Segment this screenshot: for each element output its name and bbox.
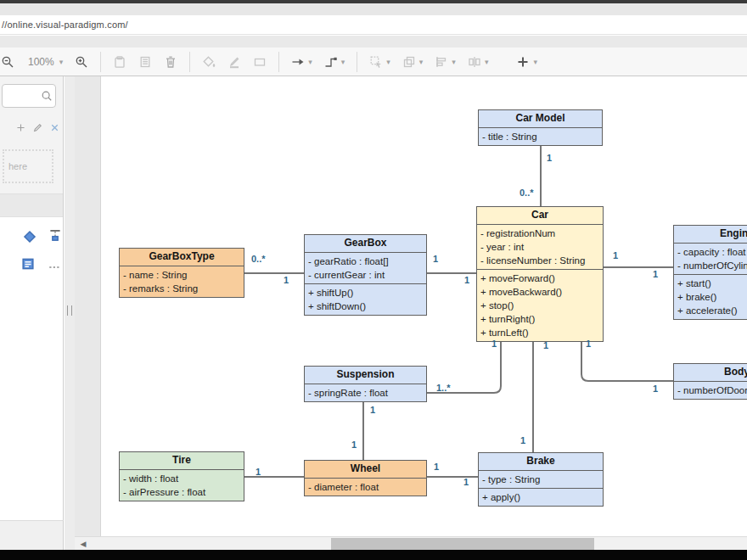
connection-arrow-icon[interactable]: ▾ bbox=[291, 55, 312, 69]
class-attribute: - name : String bbox=[120, 268, 244, 282]
attributes-compartment: - gearRatio : float[]- currentGear : int bbox=[305, 253, 426, 283]
dropdown-caret-icon: ▾ bbox=[59, 58, 64, 66]
multiplicity-label: 1 bbox=[351, 440, 357, 450]
class-attribute: - licenseNumber : String bbox=[477, 254, 603, 267]
palette-item-note[interactable] bbox=[20, 256, 36, 272]
delete-icon bbox=[164, 55, 177, 69]
uml-class-car[interactable]: Car- registrationNum- year : int- licens… bbox=[476, 206, 604, 342]
panel-resize-handle[interactable] bbox=[67, 305, 72, 316]
multiplicity-label: 1 bbox=[653, 270, 658, 279]
class-title: Brake bbox=[479, 453, 603, 471]
zoom-level-display[interactable]: 100%▾ bbox=[26, 56, 63, 68]
panel-actions bbox=[0, 116, 62, 138]
class-method: + moveBackward() bbox=[477, 285, 603, 299]
class-title: Wheel bbox=[305, 461, 426, 479]
class-method: + turnRight() bbox=[477, 312, 603, 326]
close-button[interactable] bbox=[49, 122, 60, 133]
class-attribute: - remarks : String bbox=[120, 282, 244, 295]
browser-chrome-band bbox=[0, 3, 747, 15]
dropdown-caret-icon: ▾ bbox=[533, 58, 537, 66]
shape-palette bbox=[0, 217, 63, 520]
class-attribute: - numberOfDoors : int bbox=[674, 384, 747, 397]
search-box bbox=[2, 84, 56, 108]
drop-zone-text: here bbox=[4, 161, 27, 171]
zoom-in-icon[interactable] bbox=[75, 55, 88, 69]
insert-icon[interactable]: ▾ bbox=[516, 55, 537, 69]
class-attribute: - diameter : float bbox=[305, 480, 426, 494]
attributes-compartment: - width : float- airPressure : float bbox=[120, 470, 244, 501]
uml-class-gearbox[interactable]: GearBox- gearRatio : float[]- currentGea… bbox=[304, 234, 427, 316]
edit-button[interactable] bbox=[32, 122, 43, 133]
class-attribute: - airPressure : float bbox=[120, 485, 244, 499]
uml-class-tire[interactable]: Tire- width : float- airPressure : float bbox=[119, 451, 244, 501]
multiplicity-label: 0..* bbox=[251, 255, 266, 264]
class-attribute: - numberOfCylinders : int bbox=[674, 259, 747, 272]
attributes-compartment: - title : String bbox=[479, 128, 602, 145]
palette-item-anchor[interactable] bbox=[48, 227, 63, 243]
class-attribute: - gearRatio : float[] bbox=[305, 255, 426, 268]
scroll-left-button[interactable]: ◀ bbox=[78, 539, 88, 549]
multiplicity-label: 1 bbox=[586, 339, 591, 349]
attributes-compartment: - type : String bbox=[479, 471, 603, 488]
url-text: //online.visual-paradigm.com/ bbox=[2, 20, 128, 30]
multiplicity-label: 1 bbox=[547, 154, 552, 163]
uml-class-wheel[interactable]: Wheel- diameter : float bbox=[304, 460, 427, 496]
methods-compartment: + moveForward()+ moveBackward()+ stop()+… bbox=[477, 269, 603, 341]
palette-item-dashed-line[interactable] bbox=[48, 260, 63, 275]
editor-toolbar: 100%▾▾▾▾▾▾▾▾ bbox=[0, 48, 747, 76]
uml-class-gearboxtype[interactable]: GearBoxType- name : String- remarks : St… bbox=[119, 248, 244, 298]
panel-gutter bbox=[65, 76, 75, 550]
class-method: + turnLeft() bbox=[477, 326, 603, 339]
multiplicity-label: 1 bbox=[463, 478, 469, 487]
attributes-compartment: - name : String- remarks : String bbox=[120, 266, 244, 297]
horizontal-scrollbar[interactable]: ◀ bbox=[75, 536, 747, 550]
copy-icon bbox=[138, 55, 152, 69]
connector-style-icon[interactable]: ▾ bbox=[324, 55, 345, 69]
methods-compartment: + apply() bbox=[479, 488, 603, 506]
attributes-compartment: - registrationNum- year : int- licenseNu… bbox=[477, 225, 603, 269]
edge-car-body[interactable] bbox=[581, 338, 673, 381]
multiplicity-label: 1 bbox=[370, 406, 375, 415]
multiplicity-label: 1 bbox=[284, 276, 289, 285]
add-button[interactable] bbox=[15, 122, 26, 133]
multiplicity-label: 1 bbox=[613, 251, 618, 260]
url-bar[interactable]: //online.visual-paradigm.com/ bbox=[0, 15, 747, 35]
bring-forward-icon: ▾ bbox=[402, 55, 424, 69]
class-attribute: - year : int bbox=[477, 240, 603, 254]
toolbar-separator bbox=[100, 52, 101, 72]
uml-class-car-model[interactable]: Car Model- title : String bbox=[478, 109, 603, 146]
class-method: + apply() bbox=[479, 490, 603, 504]
class-title: GearBoxType bbox=[120, 249, 244, 266]
palette-item-diamond[interactable] bbox=[22, 229, 37, 244]
paste-icon bbox=[113, 55, 126, 69]
align-icon: ▾ bbox=[435, 55, 456, 69]
methods-compartment: + shiftUp()+ shiftDown() bbox=[305, 283, 426, 315]
class-title: Engine bbox=[674, 226, 747, 244]
attributes-compartment: - diameter : float bbox=[305, 479, 426, 496]
class-attribute: - currentGear : int bbox=[305, 268, 426, 282]
shape-drop-zone[interactable]: here bbox=[3, 149, 53, 183]
uml-class-suspension[interactable]: Suspension- springRate : float bbox=[304, 366, 427, 402]
class-title: GearBox bbox=[305, 235, 426, 253]
panel-footer bbox=[0, 520, 64, 550]
chrome-gap-band bbox=[0, 36, 747, 48]
uml-class-engine[interactable]: Engine- capacity : float- numberOfCylind… bbox=[673, 225, 747, 320]
zoom-out-icon[interactable] bbox=[1, 55, 14, 69]
dropdown-caret-icon: ▾ bbox=[386, 58, 390, 66]
class-attribute: - capacity : float bbox=[674, 245, 747, 259]
class-method: + shiftDown() bbox=[305, 300, 426, 313]
uml-class-body[interactable]: Body- numberOfDoors : int bbox=[673, 363, 747, 400]
toolbar-separator bbox=[189, 52, 190, 72]
dropdown-caret-icon: ▾ bbox=[452, 58, 456, 66]
panel-divider bbox=[0, 193, 63, 217]
attributes-compartment: - capacity : float- numberOfCylinders : … bbox=[674, 244, 747, 274]
scrollbar-thumb[interactable] bbox=[331, 538, 594, 550]
class-title: Car Model bbox=[479, 110, 602, 128]
distribute-icon: ▾ bbox=[468, 55, 489, 69]
class-attribute: - registrationNum bbox=[477, 227, 603, 240]
uml-class-brake[interactable]: Brake- type : String+ apply() bbox=[478, 452, 604, 507]
attributes-compartment: - numberOfDoors : int bbox=[674, 382, 747, 399]
multiplicity-label: 0..* bbox=[520, 188, 534, 198]
class-attribute: - springRate : float bbox=[305, 386, 426, 400]
dropdown-caret-icon: ▾ bbox=[341, 58, 345, 66]
